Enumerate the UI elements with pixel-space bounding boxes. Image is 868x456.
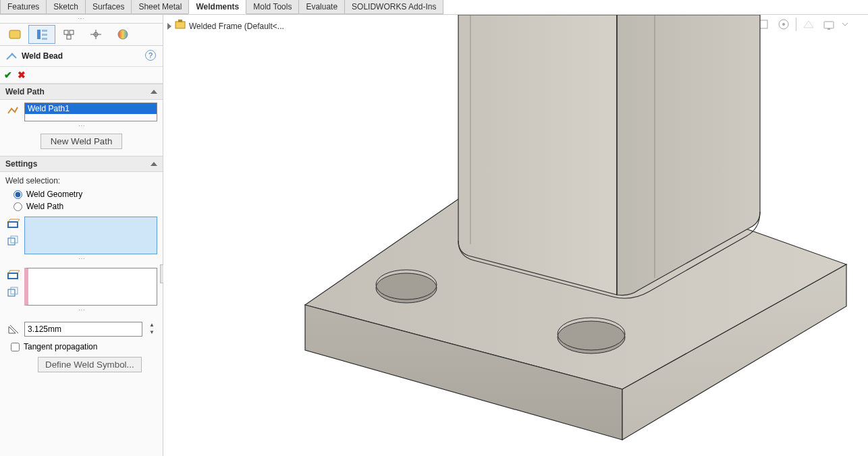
tab-sketch[interactable]: Sketch [46,0,86,14]
tangent-propagation-checkbox[interactable]: Tangent propagation [5,337,157,351]
svg-rect-16 [8,273,18,279]
radio-weld-path-input[interactable] [13,202,22,211]
section-settings-header[interactable]: Settings [0,156,163,172]
weld-path-listbox[interactable]: Weld Path1 [24,103,157,121]
tab-sheet-metal[interactable]: Sheet Metal [131,0,189,14]
panel-drag-handle[interactable]: ⋯ [0,15,163,23]
section-settings-label: Settings [5,159,37,169]
svg-point-36 [558,321,625,353]
svg-rect-1 [37,30,40,39]
svg-rect-18 [11,287,18,294]
bodies-set2-icon[interactable] [5,285,20,300]
bead-size-spinner[interactable]: ▲ ▼ [146,322,157,337]
faces-set1-icon[interactable] [5,217,20,231]
tab-evaluate[interactable]: Evaluate [298,0,345,14]
collapse-icon [151,90,157,94]
list-resize-handle[interactable]: ⋯ [5,306,157,315]
tab-weldments[interactable]: Weldments [188,0,246,14]
bead-size-input[interactable] [24,322,142,337]
selection-box-set1[interactable] [24,217,157,254]
fm-tab-configuration-manager[interactable] [55,25,82,44]
faces-set2-icon[interactable] [5,268,20,283]
tab-surfaces[interactable]: Surfaces [85,0,132,14]
tab-mold-tools[interactable]: Mold Tools [246,0,299,14]
pm-accept-toolbar: ✔ ✖ [0,67,163,84]
command-manager-tabs: Features Sketch Surfaces Sheet Metal Wel… [0,0,868,15]
bodies-set1-icon[interactable] [5,234,20,249]
svg-rect-7 [67,35,71,39]
graphics-viewport[interactable]: Welded Frame (Default<... [163,15,868,456]
list-resize-handle[interactable]: ⋯ [5,254,157,264]
svg-rect-3 [42,34,47,36]
svg-point-12 [11,53,13,55]
pm-header: Weld Bead ? [0,46,163,67]
selection-box-set2[interactable] [24,268,157,306]
fm-tab-display-manager[interactable] [109,25,136,44]
list-resize-handle[interactable]: ⋯ [0,121,163,131]
tab-addins[interactable]: SOLIDWORKS Add-Ins [344,0,443,14]
svg-rect-14 [8,238,15,245]
define-weld-symbol-button[interactable]: Define Weld Symbol... [38,357,142,372]
section-weld-path-header[interactable]: Weld Path [0,84,163,100]
radio-weld-geometry[interactable]: Weld Geometry [5,188,157,200]
radio-weld-path-label: Weld Path [26,202,63,211]
property-manager-panel: ⋯ Weld Be [0,15,163,456]
accept-button[interactable]: ✔ [4,69,12,80]
tangent-propagation-label: Tangent propagation [24,342,97,351]
radio-weld-geometry-label: Weld Geometry [26,190,82,199]
radio-weld-path[interactable]: Weld Path [5,200,157,212]
cancel-button[interactable]: ✖ [18,69,26,80]
fm-tab-property-manager[interactable] [28,25,55,44]
svg-point-11 [118,30,128,39]
svg-rect-5 [64,30,68,34]
collapse-icon [151,162,157,166]
svg-rect-13 [8,222,18,227]
tangent-propagation-input[interactable] [11,343,20,351]
weld-path-icon-button[interactable] [5,103,20,117]
svg-rect-6 [70,30,74,34]
radio-weld-geometry-input[interactable] [13,190,22,199]
pm-title: Weld Bead [22,51,63,61]
svg-rect-17 [8,289,15,296]
fm-tab-dimxpert[interactable] [82,25,109,44]
bead-size-icon [5,322,20,337]
svg-rect-4 [42,38,47,40]
help-icon[interactable]: ? [145,50,156,61]
section-weld-path-label: Weld Path [5,87,45,96]
svg-rect-2 [42,30,47,32]
new-weld-path-button[interactable]: New Weld Path [40,134,123,149]
weld-path-item-selected[interactable]: Weld Path1 [25,103,157,114]
spinner-up[interactable]: ▲ [146,322,157,329]
svg-rect-15 [11,236,18,243]
weld-selection-label: Weld selection: [5,176,157,186]
svg-rect-0 [9,30,20,38]
tab-features[interactable]: Features [0,0,47,14]
model-render [163,15,868,456]
weld-bead-icon [5,50,18,62]
fm-tab-design-tree[interactable] [1,25,28,44]
feature-manager-tabs [0,23,163,46]
spinner-down[interactable]: ▼ [146,329,157,337]
svg-point-34 [376,273,437,303]
